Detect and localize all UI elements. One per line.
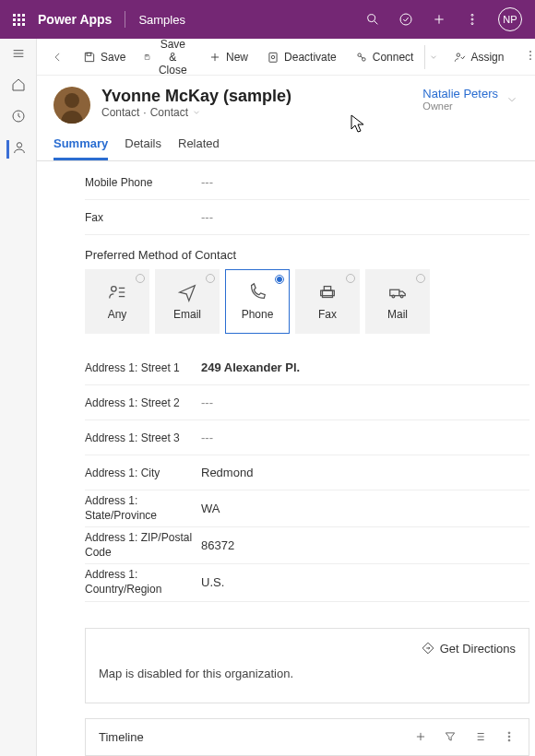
tab-summary[interactable]: Summary: [54, 136, 108, 160]
svg-rect-14: [146, 54, 148, 56]
more-commands-icon[interactable]: [515, 45, 535, 69]
svg-point-37: [400, 295, 403, 298]
field-street2[interactable]: Address 1: Street 2 ---: [85, 385, 529, 420]
home-nav-icon[interactable]: [11, 77, 26, 96]
get-directions-link[interactable]: Get Directions: [99, 642, 516, 656]
field-zip[interactable]: Address 1: ZIP/Postal Code 86372: [85, 527, 529, 564]
user-avatar[interactable]: NP: [498, 7, 522, 31]
owner-label: Owner: [422, 100, 498, 112]
svg-point-28: [112, 287, 117, 292]
person-list-icon: [107, 282, 127, 302]
svg-point-18: [271, 55, 275, 59]
svg-point-36: [392, 295, 395, 298]
tile-email[interactable]: Email: [155, 269, 220, 334]
record-header: Yvonne McKay (sample) Contact · Contact …: [37, 76, 535, 124]
list-icon[interactable]: [473, 730, 486, 743]
radio-selected-icon: [275, 275, 284, 284]
svg-line-21: [361, 55, 363, 57]
truck-icon: [387, 282, 408, 302]
phone-icon: [247, 282, 268, 302]
contact-avatar: [54, 87, 90, 124]
tab-related[interactable]: Related: [178, 136, 220, 160]
svg-point-27: [65, 93, 79, 108]
save-close-button[interactable]: Save & Close: [137, 39, 197, 80]
app-header: Power Apps Samples NP: [0, 0, 535, 39]
field-state[interactable]: Address 1: State/Province WA: [85, 490, 529, 527]
environment-label[interactable]: Samples: [138, 13, 185, 27]
owner-block[interactable]: Natalie Peters Owner: [422, 87, 518, 112]
svg-point-2: [400, 14, 411, 25]
svg-point-6: [471, 18, 473, 20]
task-icon[interactable]: [398, 12, 413, 27]
send-icon: [177, 282, 197, 302]
svg-point-0: [368, 15, 375, 22]
svg-point-22: [458, 53, 461, 56]
printer-icon: [317, 282, 338, 302]
chevron-down-icon: [192, 108, 201, 117]
owner-name: Natalie Peters: [422, 87, 498, 100]
record-type[interactable]: Contact · Contact: [101, 106, 291, 119]
svg-line-1: [374, 21, 377, 24]
search-icon[interactable]: [365, 12, 380, 27]
directions-icon: [422, 642, 434, 655]
radio-icon: [416, 274, 425, 283]
svg-rect-32: [323, 290, 333, 297]
svg-point-7: [471, 23, 473, 25]
connect-button[interactable]: Connect: [348, 47, 422, 67]
radio-icon: [136, 274, 145, 283]
svg-point-25: [530, 58, 532, 60]
svg-point-48: [508, 739, 510, 741]
nav-rail: [0, 39, 37, 756]
form-body: Mobile Phone --- Fax --- Preferred Metho…: [37, 161, 535, 756]
svg-point-23: [530, 51, 532, 53]
back-button[interactable]: [44, 47, 72, 67]
chevron-down-icon[interactable]: [505, 93, 518, 106]
preferred-contact-label: Preferred Method of Contact: [85, 235, 529, 269]
tab-details[interactable]: Details: [125, 136, 161, 160]
field-country[interactable]: Address 1: Country/Region U.S.: [85, 564, 529, 601]
timeline-title: Timeline: [99, 730, 144, 744]
divider: [125, 11, 125, 28]
plus-icon[interactable]: [432, 12, 446, 27]
svg-point-47: [508, 736, 510, 738]
preferred-contact-tiles: Any Email Phone Fax Mail: [85, 269, 529, 334]
tile-phone[interactable]: Phone: [225, 269, 290, 334]
brand-label: Power Apps: [38, 12, 112, 27]
field-city[interactable]: Address 1: City Redmond: [85, 455, 529, 490]
new-button[interactable]: New: [201, 47, 256, 67]
app-launcher-icon[interactable]: [13, 14, 25, 26]
map-panel: Get Directions Map is disabled for this …: [85, 628, 529, 703]
record-name: Yvonne McKay (sample): [101, 87, 291, 106]
hamburger-icon[interactable]: [11, 46, 26, 65]
filter-icon[interactable]: [444, 730, 457, 743]
save-button[interactable]: Save: [76, 47, 133, 67]
svg-rect-35: [390, 289, 399, 295]
svg-rect-17: [269, 53, 277, 62]
more-vert-icon[interactable]: [503, 730, 516, 743]
command-bar: Save Save & Close New Deactivate Connect…: [37, 39, 535, 76]
recent-nav-icon[interactable]: [11, 109, 26, 127]
connect-chevron[interactable]: [424, 45, 442, 69]
add-icon[interactable]: [414, 730, 427, 743]
map-disabled-message: Map is disabled for this organization.: [99, 667, 516, 690]
field-street1[interactable]: Address 1: Street 1 249 Alexander Pl.: [85, 350, 529, 385]
deactivate-button[interactable]: Deactivate: [259, 47, 344, 67]
form-tabs: Summary Details Related: [37, 124, 535, 161]
svg-point-24: [530, 54, 532, 56]
svg-point-5: [471, 14, 473, 16]
field-street3[interactable]: Address 1: Street 3 ---: [85, 420, 529, 455]
timeline-panel: Timeline: [85, 718, 529, 756]
assign-button[interactable]: Assign: [446, 47, 511, 67]
more-vert-icon[interactable]: [465, 12, 480, 27]
field-mobile-phone[interactable]: Mobile Phone ---: [85, 165, 529, 200]
svg-rect-33: [324, 287, 330, 291]
radio-icon: [206, 274, 215, 283]
tile-mail[interactable]: Mail: [365, 269, 430, 334]
tile-any[interactable]: Any: [85, 269, 149, 334]
field-fax[interactable]: Fax ---: [85, 200, 529, 235]
contacts-nav-icon[interactable]: [6, 140, 27, 159]
tile-fax[interactable]: Fax: [295, 269, 360, 334]
svg-rect-13: [87, 53, 91, 55]
radio-icon: [346, 274, 355, 283]
svg-point-12: [17, 143, 21, 148]
